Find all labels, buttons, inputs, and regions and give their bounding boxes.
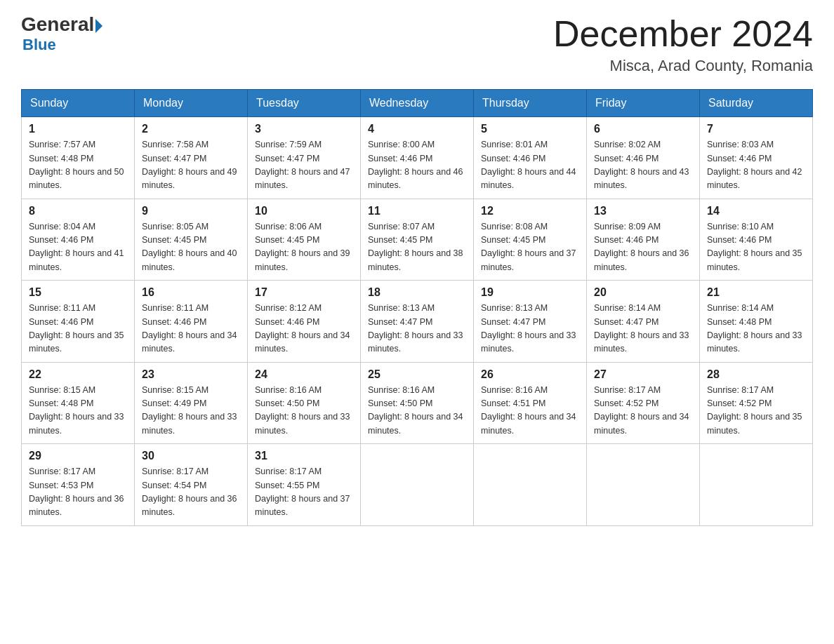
weekday-header-friday: Friday [587, 90, 700, 117]
day-number: 1 [29, 123, 127, 135]
day-info: Sunrise: 8:08 AMSunset: 4:45 PMDaylight:… [481, 220, 579, 275]
day-number: 24 [255, 368, 353, 381]
day-info: Sunrise: 8:04 AMSunset: 4:46 PMDaylight:… [29, 220, 127, 275]
day-info: Sunrise: 8:03 AMSunset: 4:46 PMDaylight:… [707, 138, 805, 193]
calendar-cell: 27Sunrise: 8:17 AMSunset: 4:52 PMDayligh… [587, 362, 700, 444]
title-area: December 2024 Misca, Arad County, Romani… [553, 14, 813, 75]
day-number: 12 [481, 205, 579, 217]
calendar-cell [700, 444, 813, 526]
day-info: Sunrise: 8:12 AMSunset: 4:46 PMDaylight:… [255, 302, 353, 356]
logo-area: General Blue [21, 14, 102, 54]
weekday-header-wednesday: Wednesday [361, 90, 474, 117]
day-info: Sunrise: 8:16 AMSunset: 4:51 PMDaylight:… [481, 384, 579, 438]
calendar-cell: 7Sunrise: 8:03 AMSunset: 4:46 PMDaylight… [700, 117, 813, 199]
calendar-cell: 26Sunrise: 8:16 AMSunset: 4:51 PMDayligh… [474, 362, 587, 444]
day-number: 22 [29, 368, 127, 381]
weekday-header-monday: Monday [135, 90, 248, 117]
day-number: 17 [255, 286, 353, 299]
day-info: Sunrise: 8:07 AMSunset: 4:45 PMDaylight:… [368, 220, 466, 275]
calendar-cell: 15Sunrise: 8:11 AMSunset: 4:46 PMDayligh… [22, 281, 135, 363]
calendar-cell: 12Sunrise: 8:08 AMSunset: 4:45 PMDayligh… [474, 199, 587, 281]
calendar-cell: 20Sunrise: 8:14 AMSunset: 4:47 PMDayligh… [587, 281, 700, 363]
day-number: 13 [594, 205, 692, 217]
day-number: 3 [255, 123, 353, 135]
day-number: 23 [142, 368, 240, 381]
day-number: 30 [142, 450, 240, 462]
logo-name: General [21, 14, 102, 36]
day-info: Sunrise: 7:57 AMSunset: 4:48 PMDaylight:… [29, 138, 127, 193]
weekday-header-thursday: Thursday [474, 90, 587, 117]
calendar-cell: 4Sunrise: 8:00 AMSunset: 4:46 PMDaylight… [361, 117, 474, 199]
calendar-table: SundayMondayTuesdayWednesdayThursdayFrid… [21, 89, 813, 526]
day-number: 29 [29, 450, 127, 462]
weekday-header-sunday: Sunday [22, 90, 135, 117]
calendar-cell: 14Sunrise: 8:10 AMSunset: 4:46 PMDayligh… [700, 199, 813, 281]
day-number: 11 [368, 205, 466, 217]
calendar-cell: 17Sunrise: 8:12 AMSunset: 4:46 PMDayligh… [248, 281, 361, 363]
calendar-cell: 5Sunrise: 8:01 AMSunset: 4:46 PMDaylight… [474, 117, 587, 199]
calendar-cell: 22Sunrise: 8:15 AMSunset: 4:48 PMDayligh… [22, 362, 135, 444]
day-info: Sunrise: 8:11 AMSunset: 4:46 PMDaylight:… [142, 302, 240, 356]
day-number: 21 [707, 286, 805, 299]
day-number: 31 [255, 450, 353, 462]
day-info: Sunrise: 8:02 AMSunset: 4:46 PMDaylight:… [594, 138, 692, 193]
day-number: 6 [594, 123, 692, 135]
day-number: 2 [142, 123, 240, 135]
calendar-cell: 21Sunrise: 8:14 AMSunset: 4:48 PMDayligh… [700, 281, 813, 363]
day-info: Sunrise: 8:15 AMSunset: 4:49 PMDaylight:… [142, 384, 240, 438]
calendar-week-row: 29Sunrise: 8:17 AMSunset: 4:53 PMDayligh… [22, 444, 813, 526]
day-info: Sunrise: 8:15 AMSunset: 4:48 PMDaylight:… [29, 384, 127, 438]
calendar-week-row: 15Sunrise: 8:11 AMSunset: 4:46 PMDayligh… [22, 281, 813, 363]
calendar-week-row: 8Sunrise: 8:04 AMSunset: 4:46 PMDaylight… [22, 199, 813, 281]
day-number: 27 [594, 368, 692, 381]
location-subtitle: Misca, Arad County, Romania [553, 57, 813, 75]
day-number: 8 [29, 205, 127, 217]
calendar-cell: 11Sunrise: 8:07 AMSunset: 4:45 PMDayligh… [361, 199, 474, 281]
calendar-cell: 18Sunrise: 8:13 AMSunset: 4:47 PMDayligh… [361, 281, 474, 363]
calendar-cell: 9Sunrise: 8:05 AMSunset: 4:45 PMDaylight… [135, 199, 248, 281]
logo-triangle-icon [95, 19, 102, 33]
day-info: Sunrise: 8:16 AMSunset: 4:50 PMDaylight:… [255, 384, 353, 438]
calendar-cell: 24Sunrise: 8:16 AMSunset: 4:50 PMDayligh… [248, 362, 361, 444]
calendar-cell: 23Sunrise: 8:15 AMSunset: 4:49 PMDayligh… [135, 362, 248, 444]
calendar-cell: 19Sunrise: 8:13 AMSunset: 4:47 PMDayligh… [474, 281, 587, 363]
calendar-cell: 2Sunrise: 7:58 AMSunset: 4:47 PMDaylight… [135, 117, 248, 199]
weekday-header-saturday: Saturday [700, 90, 813, 117]
calendar-cell: 31Sunrise: 8:17 AMSunset: 4:55 PMDayligh… [248, 444, 361, 526]
weekday-header-tuesday: Tuesday [248, 90, 361, 117]
day-info: Sunrise: 7:59 AMSunset: 4:47 PMDaylight:… [255, 138, 353, 193]
calendar-cell: 8Sunrise: 8:04 AMSunset: 4:46 PMDaylight… [22, 199, 135, 281]
day-info: Sunrise: 8:17 AMSunset: 4:53 PMDaylight:… [29, 465, 127, 520]
day-number: 25 [368, 368, 466, 381]
calendar-cell: 28Sunrise: 8:17 AMSunset: 4:52 PMDayligh… [700, 362, 813, 444]
day-number: 10 [255, 205, 353, 217]
day-info: Sunrise: 8:09 AMSunset: 4:46 PMDaylight:… [594, 220, 692, 275]
calendar-week-row: 22Sunrise: 8:15 AMSunset: 4:48 PMDayligh… [22, 362, 813, 444]
calendar-cell: 25Sunrise: 8:16 AMSunset: 4:50 PMDayligh… [361, 362, 474, 444]
page-header: General Blue December 2024 Misca, Arad C… [21, 14, 813, 75]
calendar-cell: 1Sunrise: 7:57 AMSunset: 4:48 PMDaylight… [22, 117, 135, 199]
day-number: 26 [481, 368, 579, 381]
day-number: 19 [481, 286, 579, 299]
day-info: Sunrise: 8:00 AMSunset: 4:46 PMDaylight:… [368, 138, 466, 193]
calendar-cell [587, 444, 700, 526]
calendar-cell: 16Sunrise: 8:11 AMSunset: 4:46 PMDayligh… [135, 281, 248, 363]
day-number: 14 [707, 205, 805, 217]
day-number: 16 [142, 286, 240, 299]
calendar-cell [361, 444, 474, 526]
day-number: 4 [368, 123, 466, 135]
calendar-cell: 10Sunrise: 8:06 AMSunset: 4:45 PMDayligh… [248, 199, 361, 281]
day-number: 9 [142, 205, 240, 217]
day-info: Sunrise: 8:13 AMSunset: 4:47 PMDaylight:… [368, 302, 466, 356]
day-number: 5 [481, 123, 579, 135]
day-info: Sunrise: 8:10 AMSunset: 4:46 PMDaylight:… [707, 220, 805, 275]
day-info: Sunrise: 8:17 AMSunset: 4:52 PMDaylight:… [594, 384, 692, 438]
day-info: Sunrise: 8:11 AMSunset: 4:46 PMDaylight:… [29, 302, 127, 356]
day-number: 28 [707, 368, 805, 381]
day-info: Sunrise: 8:05 AMSunset: 4:45 PMDaylight:… [142, 220, 240, 275]
day-number: 20 [594, 286, 692, 299]
day-number: 18 [368, 286, 466, 299]
calendar-week-row: 1Sunrise: 7:57 AMSunset: 4:48 PMDaylight… [22, 117, 813, 199]
calendar-cell: 3Sunrise: 7:59 AMSunset: 4:47 PMDaylight… [248, 117, 361, 199]
logo-blue-text: Blue [22, 36, 56, 54]
